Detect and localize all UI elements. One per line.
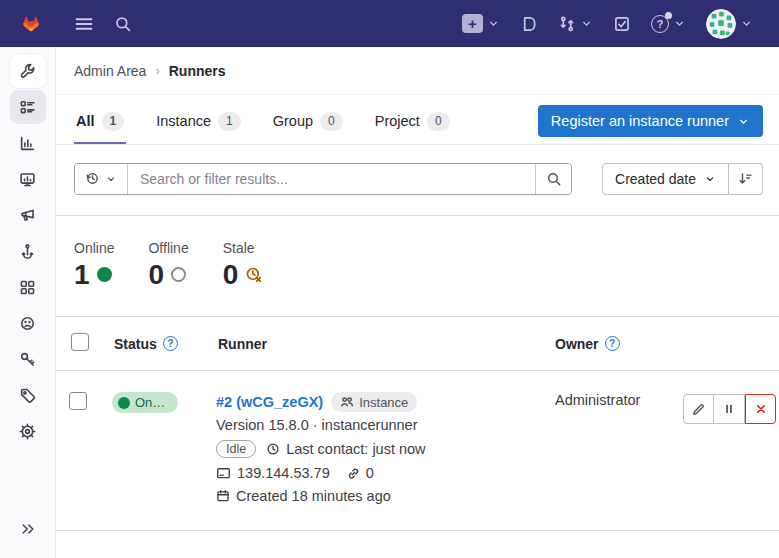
admin-sidebar <box>0 47 56 558</box>
sidebar-item-monitoring[interactable] <box>10 162 46 196</box>
ip-address-text: 139.144.53.79 <box>237 465 330 481</box>
apps-grid-icon <box>19 279 36 296</box>
owner-link[interactable]: Administrator <box>555 392 683 408</box>
link-icon <box>346 466 361 481</box>
issues-icon <box>520 15 538 33</box>
close-icon <box>754 402 768 416</box>
chevron-double-right-icon <box>20 521 36 537</box>
breadcrumb-separator: › <box>155 63 159 78</box>
online-dot-icon <box>118 397 130 409</box>
nav-toggle-button[interactable] <box>70 10 98 38</box>
chevron-down-icon <box>580 17 593 30</box>
avatar <box>706 9 736 39</box>
stat-label: Online <box>74 240 114 256</box>
sidebar-item-abuse-reports[interactable] <box>10 306 46 340</box>
stat-value: 0 <box>148 260 164 291</box>
hook-icon <box>19 243 36 260</box>
sidebar-item-messages[interactable] <box>10 198 46 232</box>
stat-label: Offline <box>148 240 188 256</box>
offline-circle-icon <box>171 267 186 282</box>
chevron-down-icon <box>737 115 750 128</box>
sidebar-item-system-hooks[interactable] <box>10 234 46 268</box>
pause-runner-button[interactable] <box>714 394 745 424</box>
sort-direction-button[interactable] <box>729 163 763 195</box>
pause-icon <box>722 402 736 416</box>
plus-icon: + <box>462 14 483 33</box>
online-dot-icon <box>97 267 112 282</box>
megaphone-icon <box>19 207 36 224</box>
table-header-row: Status? Runner Owner? <box>56 317 779 371</box>
sort-by-label: Created date <box>615 171 696 187</box>
tab-instance[interactable]: Instance 1 <box>154 99 243 144</box>
chevron-down-icon <box>105 173 117 185</box>
key-icon <box>19 351 36 368</box>
register-runner-button[interactable]: Register an instance runner <box>538 105 763 137</box>
user-menu-button[interactable] <box>702 5 757 43</box>
jobs-count: 0 <box>366 465 374 481</box>
sidebar-item-admin-area[interactable] <box>10 54 46 88</box>
delete-runner-button[interactable] <box>745 394 776 424</box>
chevron-down-icon <box>704 173 716 185</box>
search-submit-button[interactable] <box>535 164 571 194</box>
tab-project[interactable]: Project 0 <box>373 99 452 144</box>
stat-online: Online 1 <box>74 240 114 291</box>
sidebar-item-credentials[interactable] <box>10 342 46 376</box>
runner-type-badge: Instance <box>331 392 417 412</box>
chevron-down-icon <box>673 17 686 30</box>
sidebar-item-overview[interactable] <box>10 90 46 124</box>
sidebar-item-analytics[interactable] <box>10 126 46 160</box>
tab-label: Instance <box>156 113 211 129</box>
search-icon <box>546 171 562 187</box>
edit-runner-button[interactable] <box>683 394 714 424</box>
frown-face-icon <box>19 315 36 332</box>
tab-group[interactable]: Group 0 <box>271 99 345 144</box>
global-search-button[interactable] <box>110 11 136 37</box>
select-all-checkbox[interactable] <box>71 333 89 351</box>
sidebar-item-applications[interactable] <box>10 270 46 304</box>
owner-help-icon[interactable]: ? <box>605 336 620 351</box>
chevron-down-icon <box>487 17 500 30</box>
stale-clock-icon <box>245 266 263 284</box>
column-header-status: Status <box>114 336 157 352</box>
row-checkbox[interactable] <box>69 392 87 410</box>
runner-name-link[interactable]: #2 (wCG_zeGX) <box>216 394 323 410</box>
runner-row: Online #2 (wCG_zeGX) Instance Version 15… <box>56 371 779 531</box>
search-icon <box>114 15 132 33</box>
people-icon <box>340 396 354 408</box>
sidebar-item-settings[interactable] <box>10 414 46 448</box>
sidebar-item-labels[interactable] <box>10 378 46 412</box>
wrench-icon <box>19 63 36 80</box>
idle-badge: Idle <box>216 440 256 458</box>
tab-label: Project <box>375 113 420 129</box>
column-header-owner: Owner <box>555 336 599 352</box>
help-menu-button[interactable]: ? <box>647 11 690 37</box>
todo-check-icon <box>613 15 631 33</box>
overview-list-icon <box>19 99 36 116</box>
gitlab-logo-icon <box>16 9 46 39</box>
column-header-runner: Runner <box>218 336 267 352</box>
todos-button[interactable] <box>609 11 635 37</box>
runner-type-label: Instance <box>359 395 408 410</box>
sort-by-dropdown[interactable]: Created date <box>602 163 729 195</box>
pencil-icon <box>691 402 706 417</box>
breadcrumb-admin-area[interactable]: Admin Area <box>74 63 146 79</box>
search-input[interactable] <box>128 164 535 194</box>
tab-label: All <box>76 113 95 129</box>
issues-button[interactable] <box>516 11 542 37</box>
new-menu-button[interactable]: + <box>458 10 504 37</box>
notification-dot <box>665 12 672 19</box>
tab-all[interactable]: All 1 <box>74 99 126 144</box>
merge-requests-button[interactable] <box>554 11 597 37</box>
gear-icon <box>19 423 36 440</box>
status-badge: Online <box>112 392 178 413</box>
filter-bar: Created date <box>56 145 779 216</box>
tab-count-badge: 1 <box>102 112 125 131</box>
search-history-dropdown[interactable] <box>75 164 128 194</box>
clock-icon <box>266 442 280 456</box>
ip-device-icon <box>216 466 231 481</box>
calendar-icon <box>216 489 230 503</box>
stat-label: Stale <box>223 240 264 256</box>
stat-stale: Stale 0 <box>223 240 264 291</box>
status-help-icon[interactable]: ? <box>163 336 178 351</box>
sidebar-collapse-button[interactable] <box>10 512 46 546</box>
